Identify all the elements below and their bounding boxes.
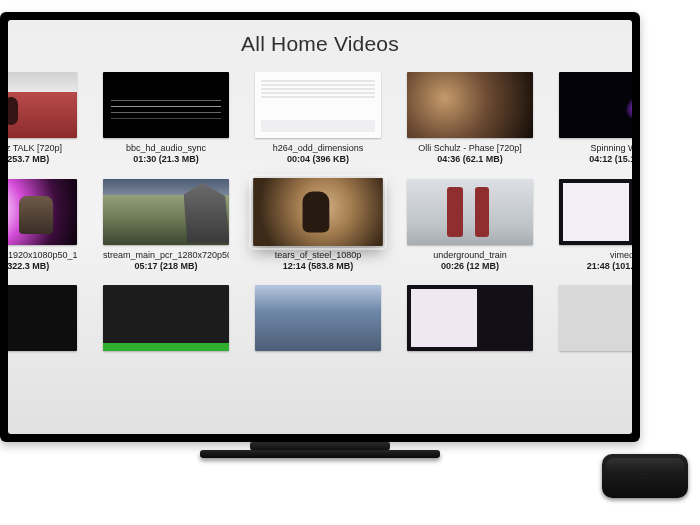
video-item[interactable] — [559, 285, 632, 357]
video-meta: 01:30 (21.3 MB) — [103, 154, 229, 164]
video-thumbnail[interactable] — [559, 285, 632, 351]
video-item[interactable]: am_high_pcr_1920x1080p50_10mbps05:02 (32… — [8, 179, 77, 272]
video-title: bbc_hd_audio_sync — [103, 143, 229, 153]
video-item[interactable] — [103, 285, 229, 357]
video-title: underground_train — [407, 250, 533, 260]
screen: All Home Videos Carola Nitz TALK [720p]1… — [8, 20, 632, 434]
video-meta: 00:26 (12 MB) — [407, 261, 533, 271]
video-title: h264_odd_dimensions — [255, 143, 381, 153]
video-meta: 05:02 (322.3 MB) — [8, 261, 77, 271]
video-title: Olli Schulz - Phase [720p] — [407, 143, 533, 153]
video-thumbnail[interactable] — [253, 178, 383, 246]
video-meta: 04:12 (15.1 MB) — [559, 154, 632, 164]
page-title: All Home Videos — [8, 20, 632, 64]
video-item[interactable]: Spinning Wheel04:12 (15.1 MB) — [559, 72, 632, 165]
video-item[interactable]: vimeo21:48 (101.3 MB) — [559, 179, 632, 272]
video-title: Carola Nitz TALK [720p] — [8, 143, 77, 153]
video-item[interactable]: Carola Nitz TALK [720p]15:17 (253.7 MB) — [8, 72, 77, 165]
video-item[interactable]: tears_of_steel_1080p12:14 (583.8 MB) — [255, 179, 381, 272]
video-thumbnail[interactable] — [8, 285, 77, 351]
video-item[interactable] — [8, 285, 77, 357]
video-thumbnail[interactable] — [103, 285, 229, 351]
video-item[interactable]: stream_main_pcr_1280x720p50_5mbps05:17 (… — [103, 179, 229, 272]
video-meta: 00:04 (396 KB) — [255, 154, 381, 164]
video-title: am_high_pcr_1920x1080p50_10mbps — [8, 250, 77, 260]
video-thumbnail[interactable] — [407, 179, 533, 245]
video-title: stream_main_pcr_1280x720p50_5mbps — [103, 250, 229, 260]
video-thumbnail[interactable] — [559, 72, 632, 138]
appletv-device — [602, 454, 688, 498]
video-thumbnail[interactable] — [255, 72, 381, 138]
video-item[interactable]: bbc_hd_audio_sync01:30 (21.3 MB) — [103, 72, 229, 165]
video-thumbnail[interactable] — [8, 179, 77, 245]
video-title: vimeo — [559, 250, 632, 260]
appletv-led — [643, 474, 647, 478]
video-item[interactable]: h264_odd_dimensions00:04 (396 KB) — [255, 72, 381, 165]
video-meta: 15:17 (253.7 MB) — [8, 154, 77, 164]
video-meta: 04:36 (62.1 MB) — [407, 154, 533, 164]
video-item[interactable]: Olli Schulz - Phase [720p]04:36 (62.1 MB… — [407, 72, 533, 165]
video-item[interactable] — [255, 285, 381, 357]
video-thumbnail[interactable] — [559, 179, 632, 245]
video-item[interactable]: underground_train00:26 (12 MB) — [407, 179, 533, 272]
video-thumbnail[interactable] — [407, 285, 533, 351]
video-meta: 05:17 (218 MB) — [103, 261, 229, 271]
video-thumbnail[interactable] — [407, 72, 533, 138]
tv-frame: All Home Videos Carola Nitz TALK [720p]1… — [0, 12, 640, 442]
video-meta: 21:48 (101.3 MB) — [559, 261, 632, 271]
tv-stand-base — [200, 450, 440, 458]
video-thumbnail[interactable] — [103, 72, 229, 138]
video-item[interactable] — [407, 285, 533, 357]
video-grid: Carola Nitz TALK [720p]15:17 (253.7 MB)b… — [8, 72, 632, 371]
video-title: tears_of_steel_1080p — [255, 250, 381, 260]
tv-stand-neck — [250, 442, 390, 450]
video-thumbnail[interactable] — [255, 285, 381, 351]
video-thumbnail[interactable] — [8, 72, 77, 138]
video-thumbnail[interactable] — [103, 179, 229, 245]
video-meta: 12:14 (583.8 MB) — [255, 261, 381, 271]
video-title: Spinning Wheel — [559, 143, 632, 153]
